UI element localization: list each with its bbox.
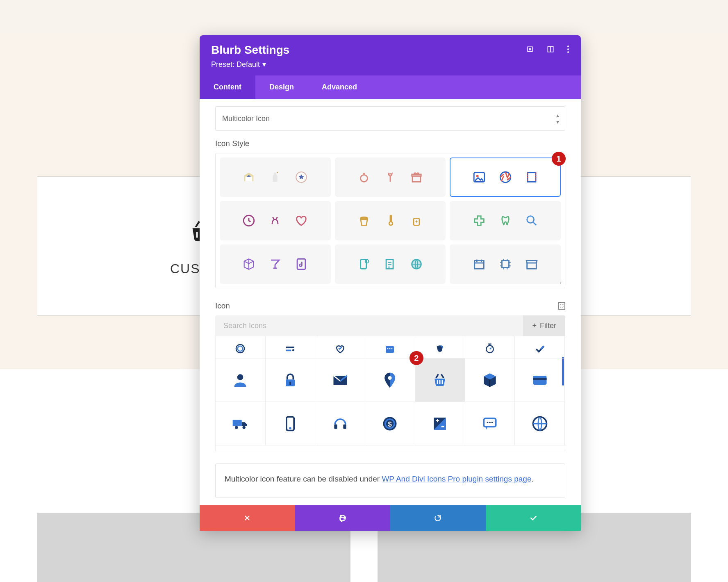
icon-option-coin[interactable]: $	[365, 402, 415, 445]
icon-option-pin[interactable]	[365, 358, 415, 402]
tooth-icon	[498, 214, 512, 228]
modal-title: Blurb Settings	[211, 43, 289, 57]
svg-rect-1	[529, 48, 531, 50]
save-button[interactable]	[486, 505, 581, 531]
heart-leaf-icon	[294, 214, 308, 228]
style-tile[interactable]	[335, 157, 446, 197]
modal-header: Blurb Settings Preset: Default ▾	[200, 35, 581, 75]
svg-point-19	[527, 216, 534, 223]
note-check-icon	[383, 257, 397, 271]
modal-tabs: Content Design Advanced	[200, 75, 581, 99]
gift-icon	[410, 170, 423, 184]
filter-button[interactable]: +Filter	[523, 315, 565, 336]
icon-option[interactable]	[216, 336, 266, 358]
icon-option-basket-selected[interactable]: 2	[415, 358, 465, 402]
svg-point-49	[235, 426, 238, 429]
tab-content[interactable]: Content	[200, 75, 255, 99]
svg-rect-10	[412, 176, 421, 182]
icon-option-globe[interactable]	[515, 402, 565, 445]
blurb-settings-modal: Blurb Settings Preset: Default ▾ Content…	[200, 35, 581, 531]
medical-cross-icon	[472, 214, 486, 228]
filter-label: Filter	[540, 322, 556, 330]
style-tile[interactable]	[335, 201, 446, 240]
svg-point-52	[289, 427, 291, 429]
music-file-icon	[294, 257, 308, 271]
svg-point-50	[243, 426, 246, 429]
svg-point-60	[487, 422, 489, 423]
icon-option-box[interactable]	[465, 358, 515, 402]
style-tile[interactable]	[450, 244, 561, 284]
notice-link[interactable]: WP And Divi Icons Pro plugin settings pa…	[382, 475, 531, 483]
icon-option[interactable]	[365, 336, 415, 358]
svg-point-32	[292, 349, 294, 351]
search-icons-input[interactable]	[215, 315, 523, 336]
style-tile[interactable]	[220, 244, 331, 284]
tab-design[interactable]: Design	[255, 75, 308, 99]
icon-option[interactable]	[315, 336, 365, 358]
icon-style-label: Icon Style	[215, 139, 565, 148]
tulip-icon	[383, 170, 397, 184]
notice-box: Multicolor icon feature can be disabled …	[215, 463, 565, 498]
redo-button[interactable]	[390, 505, 486, 531]
icon-option[interactable]	[465, 336, 515, 358]
annotation-badge-2: 2	[410, 351, 423, 365]
icon-option-phone[interactable]	[266, 402, 316, 445]
icon-type-select[interactable]: Multicolor Icon ▴▾	[215, 106, 565, 131]
icon-option[interactable]	[266, 336, 316, 358]
icon-section-label: Icon	[215, 301, 230, 310]
style-tile[interactable]	[220, 157, 331, 197]
magnify-icon	[525, 214, 539, 228]
icon-picker-grid: 2 $	[215, 336, 565, 451]
aperture-icon	[498, 170, 512, 184]
cancel-button[interactable]	[200, 505, 295, 531]
style-tile-selected[interactable]: 1	[450, 157, 561, 197]
notice-text-end: .	[531, 475, 533, 483]
svg-rect-30	[286, 347, 294, 348]
select-arrows-icon: ▴▾	[556, 112, 558, 125]
store-icon	[525, 257, 539, 271]
icon-option-headset[interactable]	[315, 402, 365, 445]
plus-icon: +	[532, 322, 537, 330]
annotation-badge-1: 1	[552, 152, 566, 166]
svg-rect-26	[474, 261, 484, 269]
svg-rect-44	[439, 380, 441, 384]
svg-point-4	[567, 46, 569, 47]
svg-point-38	[237, 374, 243, 380]
icon-option-truck[interactable]	[216, 402, 266, 445]
svg-rect-33	[386, 346, 394, 353]
panel-split-icon[interactable]	[546, 45, 555, 55]
svg-rect-11	[412, 174, 421, 176]
device-gear-icon	[357, 257, 371, 271]
icon-option-exposure[interactable]	[415, 402, 465, 445]
svg-rect-47	[533, 378, 546, 380]
svg-rect-54	[343, 424, 346, 429]
style-tile[interactable]	[335, 244, 446, 284]
svg-point-13	[476, 175, 479, 177]
cocktail-icon	[268, 257, 282, 271]
cube-icon	[242, 257, 256, 271]
svg-rect-31	[286, 350, 291, 351]
svg-rect-45	[442, 380, 443, 384]
tab-advanced[interactable]: Advanced	[308, 75, 371, 99]
svg-rect-15	[528, 173, 536, 182]
expand-section-icon[interactable]: ⛶	[558, 302, 565, 310]
icon-option-lock[interactable]	[266, 358, 316, 402]
kebab-menu-icon[interactable]	[567, 45, 569, 55]
svg-rect-27	[502, 261, 509, 268]
undo-button[interactable]	[295, 505, 391, 531]
style-tile[interactable]	[220, 201, 331, 240]
icon-option-user[interactable]	[216, 358, 266, 402]
svg-point-61	[489, 422, 491, 423]
globe-icon	[410, 257, 423, 271]
icon-option[interactable]	[515, 336, 565, 358]
svg-rect-36	[391, 348, 393, 349]
icon-option-chat[interactable]	[465, 402, 515, 445]
style-tile[interactable]	[450, 201, 561, 240]
clock-icon	[242, 214, 256, 228]
preset-dropdown[interactable]: Preset: Default ▾	[211, 60, 569, 69]
svg-point-9	[360, 175, 367, 182]
icon-option-mail[interactable]	[315, 358, 365, 402]
icon-option-card[interactable]	[515, 358, 565, 402]
svg-text:$: $	[388, 420, 392, 428]
expand-icon[interactable]	[526, 45, 534, 55]
